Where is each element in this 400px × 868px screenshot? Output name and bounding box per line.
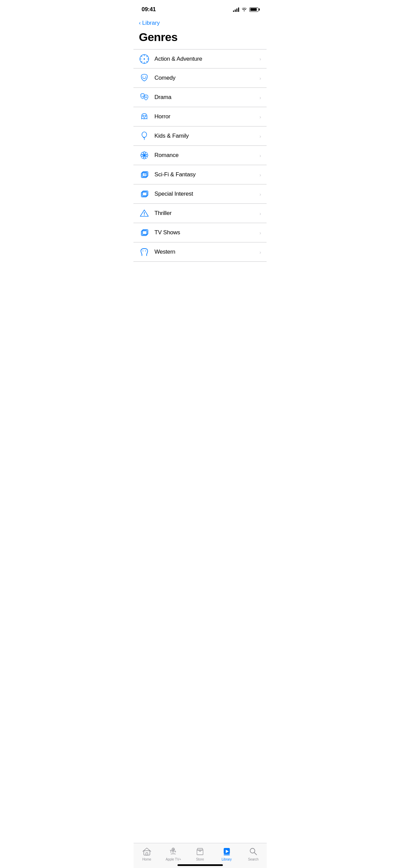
kids-icon — [139, 131, 150, 141]
chevron-icon-special: › — [259, 191, 261, 197]
status-bar: 09:41 — [133, 0, 267, 17]
genre-label-romance: Romance — [154, 152, 257, 159]
genre-label-scifi: Sci-Fi & Fantasy — [154, 171, 257, 178]
back-chevron-icon: ‹ — [139, 20, 141, 26]
signal-icon — [233, 7, 239, 12]
comedy-icon — [139, 73, 150, 83]
chevron-icon-thriller: › — [259, 211, 261, 216]
svg-point-11 — [145, 76, 146, 77]
back-button[interactable]: ‹ Library — [139, 20, 160, 26]
svg-point-20 — [143, 154, 145, 156]
romance-icon — [139, 150, 150, 161]
svg-point-1 — [144, 58, 145, 60]
genre-label-action: Action & Adventure — [154, 56, 257, 62]
chevron-icon-western: › — [259, 249, 261, 255]
back-label: Library — [142, 20, 160, 26]
thriller-icon — [139, 208, 150, 219]
svg-point-17 — [145, 115, 146, 117]
special-icon — [139, 189, 150, 199]
genre-item-western[interactable]: Western › — [133, 242, 267, 262]
svg-point-45 — [143, 251, 143, 251]
svg-point-15 — [147, 96, 147, 97]
chevron-icon-romance: › — [259, 153, 261, 158]
wifi-icon — [241, 6, 247, 13]
svg-point-13 — [143, 95, 144, 95]
genre-item-action[interactable]: Action & Adventure › — [133, 49, 267, 68]
chevron-icon-comedy: › — [259, 75, 261, 81]
svg-point-10 — [143, 76, 143, 77]
genre-label-comedy: Comedy — [154, 75, 257, 81]
genre-label-horror: Horror — [154, 113, 257, 120]
genre-item-comedy[interactable]: Comedy › — [133, 68, 267, 88]
genre-label-drama: Drama — [154, 94, 257, 101]
svg-point-39 — [144, 215, 145, 216]
chevron-icon-tvshows: › — [259, 230, 261, 236]
page-title: Genres — [139, 31, 261, 44]
drama-icon — [139, 92, 150, 103]
chevron-icon-action: › — [259, 56, 261, 62]
tvshows-icon — [139, 227, 150, 238]
genre-label-kids: Kids & Family — [154, 133, 257, 139]
genre-label-western: Western — [154, 249, 257, 255]
svg-line-9 — [141, 61, 142, 62]
horror-icon — [139, 111, 150, 122]
genre-item-horror[interactable]: Horror › — [133, 107, 267, 126]
svg-point-19 — [142, 132, 147, 137]
svg-line-6 — [141, 56, 142, 57]
svg-line-8 — [147, 56, 148, 57]
battery-icon — [249, 7, 258, 12]
genre-item-thriller[interactable]: Thriller › — [133, 204, 267, 223]
back-navigation[interactable]: ‹ Library — [133, 17, 267, 28]
chevron-icon-drama: › — [259, 95, 261, 100]
status-time: 09:41 — [142, 6, 156, 13]
genre-list: Action & Adventure › Comedy › — [133, 49, 267, 262]
genre-item-romance[interactable]: Romance › — [133, 146, 267, 165]
genre-item-scifi[interactable]: Sci-Fi & Fantasy › — [133, 165, 267, 184]
genre-item-drama[interactable]: Drama › — [133, 88, 267, 107]
svg-point-46 — [145, 251, 146, 251]
scifi-icon — [139, 169, 150, 180]
page-title-container: Genres — [133, 28, 267, 49]
action-icon — [139, 54, 150, 64]
svg-line-7 — [147, 61, 148, 62]
chevron-icon-horror: › — [259, 114, 261, 120]
chevron-icon-kids: › — [259, 133, 261, 139]
svg-point-16 — [143, 115, 144, 117]
svg-point-14 — [145, 96, 146, 97]
western-icon — [139, 246, 150, 257]
svg-point-12 — [142, 95, 142, 95]
genre-item-special[interactable]: Special Interest › — [133, 184, 267, 204]
genre-item-tvshows[interactable]: TV Shows › — [133, 223, 267, 242]
status-icons — [233, 6, 258, 13]
genre-label-thriller: Thriller — [154, 210, 257, 217]
chevron-icon-scifi: › — [259, 172, 261, 178]
genre-item-kids[interactable]: Kids & Family › — [133, 126, 267, 146]
genre-label-special: Special Interest — [154, 191, 257, 197]
genre-label-tvshows: TV Shows — [154, 229, 257, 236]
